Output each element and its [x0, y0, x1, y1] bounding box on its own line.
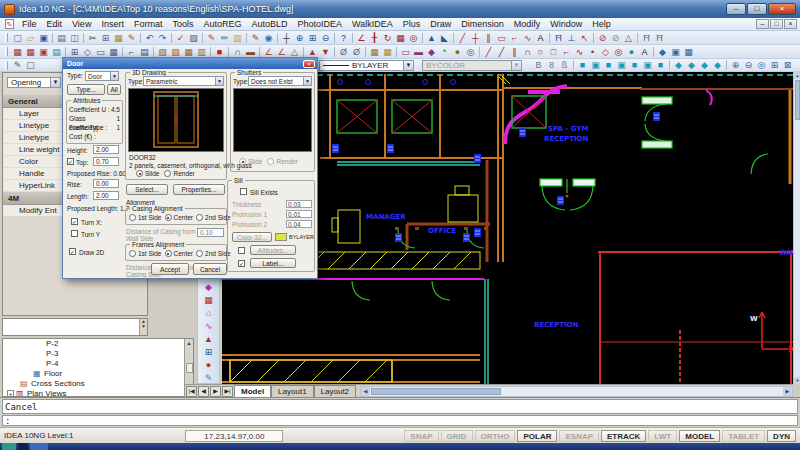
select-button[interactable]: Select... — [126, 184, 168, 195]
iso-view-2-icon[interactable]: ◆ — [685, 59, 698, 71]
chevron-down-icon[interactable]: ▼ — [511, 61, 521, 70]
cut-icon[interactable]: ✂ — [86, 32, 99, 44]
diamond-tool-icon[interactable]: ◆ — [656, 46, 669, 58]
label-checkbox[interactable]: ✓ — [238, 260, 245, 267]
table-tool-icon[interactable]: ▦ — [368, 46, 381, 58]
3d-type-combo[interactable]: Parametric ▼ — [143, 76, 224, 86]
tree-item-p-4[interactable]: P-4 — [3, 359, 193, 369]
scroll-right-icon[interactable]: ▶ — [783, 387, 792, 396]
circle-draw-icon[interactable]: ○ — [534, 46, 547, 58]
protrusion-1-field[interactable]: 0.01 — [286, 210, 312, 218]
lower-level-icon[interactable]: ▼ — [319, 46, 332, 58]
properties-pen-icon[interactable]: ✎ — [11, 59, 24, 71]
radio-option-center[interactable]: Center — [165, 214, 194, 221]
turn-y-checkbox[interactable] — [71, 230, 78, 237]
status-toggle-esnap[interactable]: ESNAP — [559, 430, 599, 442]
print-preview-icon[interactable]: ◫ — [68, 32, 81, 44]
radio-slide-icon[interactable] — [239, 158, 246, 165]
beam-plan-icon[interactable]: Ħ — [653, 32, 666, 44]
scroll-up-icon[interactable]: ▲ — [794, 72, 800, 79]
text-style-icon[interactable]: B — [532, 59, 545, 71]
raise-level-icon[interactable]: ▲ — [306, 46, 319, 58]
menu-item-edit[interactable]: Edit — [42, 19, 68, 29]
no-show-icon[interactable]: ⊘ — [609, 32, 622, 44]
radio-slide-icon[interactable] — [136, 170, 143, 177]
menu-item-draw[interactable]: Draw — [425, 19, 456, 29]
minimize-button[interactable]: – — [726, 3, 746, 15]
linetype-combo[interactable]: BYLAYER ▼ — [319, 60, 414, 71]
square-draw-icon[interactable]: □ — [547, 46, 560, 58]
donut-draw-icon[interactable]: ◎ — [612, 46, 625, 58]
draw-2d-checkbox[interactable]: ✓ — [69, 248, 76, 255]
line-draw-icon[interactable]: ╱ — [482, 46, 495, 58]
chevron-down-icon[interactable]: ▼ — [303, 77, 311, 85]
rectangle-icon[interactable]: ▭ — [495, 32, 508, 44]
redline-pen-icon[interactable]: ✎ — [205, 32, 218, 44]
solid-box-icon[interactable]: ▲ — [425, 32, 438, 44]
new-icon[interactable]: ▢ — [11, 32, 24, 44]
solid-view-4-icon[interactable]: ▣ — [615, 59, 628, 71]
status-toggle-model[interactable]: MODEL — [679, 430, 720, 442]
block-tool-icon[interactable]: ▦ — [182, 46, 195, 58]
chevron-down-icon[interactable]: ▼ — [110, 72, 118, 80]
radio-option-render[interactable]: Render — [267, 158, 297, 165]
paint-brush-icon[interactable]: ✎ — [249, 32, 262, 44]
zoom-previous-2-icon[interactable]: ⊠ — [781, 59, 794, 71]
pen-vtool-3-icon[interactable]: ✎ — [201, 372, 217, 384]
chevron-down-icon[interactable]: ▼ — [50, 78, 60, 87]
multiline-icon[interactable]: ∥ — [482, 32, 495, 44]
tree-item-floor[interactable]: ▦Floor — [3, 369, 193, 379]
tab-layout1[interactable]: Layout1 — [271, 385, 313, 397]
hatch-draw-icon[interactable]: ● — [625, 46, 638, 58]
chevron-down-icon[interactable]: ▼ — [215, 77, 223, 85]
status-toggle-etrack[interactable]: ETRACK — [601, 430, 646, 442]
no-plot-icon[interactable]: ⊘ — [596, 32, 609, 44]
status-toggle-dyn[interactable]: DYN — [767, 430, 796, 442]
slope-tool-icon[interactable]: ∠ — [262, 46, 275, 58]
beam-section-icon[interactable]: Ħ — [640, 32, 653, 44]
status-toggle-grid[interactable]: GRID — [441, 430, 473, 442]
mdi-close-button[interactable]: × — [784, 19, 797, 29]
paste-icon[interactable]: ▦ — [112, 32, 125, 44]
radio-center-icon[interactable] — [165, 250, 172, 257]
tri-vtool-3-icon[interactable]: ▲ — [201, 333, 217, 346]
menu-item-view[interactable]: View — [67, 19, 96, 29]
radio-option-2nd-side[interactable]: 2nd Side — [196, 214, 231, 221]
panel-tool-icon[interactable]: ▬ — [244, 46, 257, 58]
top-field[interactable]: 0.70 — [93, 157, 119, 166]
spline-vtool-3-icon[interactable]: ∿ — [201, 320, 217, 333]
rotate-icon[interactable]: ↻ — [381, 32, 394, 44]
markup-pen-icon[interactable]: ✏ — [218, 32, 231, 44]
match-properties-icon[interactable]: ✎ — [125, 32, 138, 44]
tree-item-cross-sections[interactable]: ▤Cross Sections — [3, 379, 193, 389]
wall-double-icon[interactable]: ▦ — [24, 46, 37, 58]
accept-button[interactable]: Accept — [151, 263, 189, 275]
wall-tool-icon[interactable]: ▦ — [11, 46, 24, 58]
menu-item-tools[interactable]: Tools — [167, 19, 198, 29]
tab-next-button[interactable]: ▶ — [210, 386, 221, 397]
column-icon[interactable]: ⊥ — [565, 32, 578, 44]
iso-view-3-icon[interactable]: ◆ — [698, 59, 711, 71]
tab-last-button[interactable]: ▶| — [222, 386, 233, 397]
radio-option-1st-side[interactable]: 1st Side — [129, 250, 162, 257]
face-tool-icon[interactable]: ◣ — [438, 32, 451, 44]
fillet-icon[interactable]: ⌐ — [508, 32, 521, 44]
tree-expander-icon[interactable]: + — [7, 390, 14, 397]
plot-preview-icon[interactable]: ▨ — [187, 32, 200, 44]
door-tool-icon[interactable]: ▧ — [156, 46, 169, 58]
print-icon[interactable]: ▤ — [55, 32, 68, 44]
view-cube-icon[interactable]: ◇ — [81, 46, 94, 58]
hatch-vtool-3-icon[interactable]: ▦ — [201, 294, 217, 307]
zoom-window-2-icon[interactable]: ⊞ — [768, 59, 781, 71]
radio-render-icon[interactable] — [267, 158, 274, 165]
mdi-restore-button[interactable]: □ — [770, 19, 783, 29]
corner-tool-icon[interactable]: ⌐ — [125, 46, 138, 58]
thickness-field[interactable]: 0.03 — [286, 200, 312, 208]
tab-prev-button[interactable]: ◀ — [198, 386, 209, 397]
menu-item-walkidea[interactable]: WalkIDEA — [347, 19, 398, 29]
grid-tool-icon[interactable]: ⊞ — [68, 46, 81, 58]
construction-line-icon[interactable]: ┼ — [469, 32, 482, 44]
canvas-horizontal-scrollbar[interactable]: ◀ ▶ — [360, 386, 793, 397]
font-size-icon[interactable]: 8 — [545, 59, 558, 71]
tab-first-button[interactable]: |◀ — [186, 386, 197, 397]
